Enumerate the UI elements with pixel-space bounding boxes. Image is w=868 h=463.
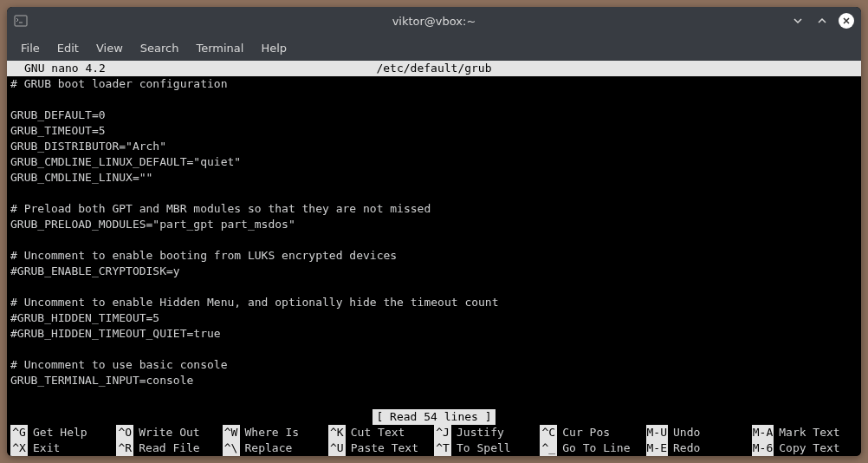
shortcut-key: ^X (10, 440, 28, 456)
shortcut-key: M-A (752, 425, 774, 440)
shortcut-key: ^\ (223, 440, 240, 456)
shortcut-key: ^W (223, 425, 240, 440)
editor-line: GRUB_CMDLINE_LINUX="" (10, 170, 858, 186)
shortcut-key: ^O (116, 425, 133, 440)
editor-line (10, 92, 858, 108)
shortcut-label: Go To Line (557, 440, 630, 456)
shortcut-key: M-E (646, 440, 668, 456)
menu-edit[interactable]: Edit (49, 37, 87, 59)
shortcut-item: M-6Copy Text (752, 440, 858, 456)
editor-line: # Uncomment to use basic console (10, 357, 858, 373)
shortcut-key: ^C (540, 425, 557, 440)
shortcut-label: Read File (133, 440, 199, 456)
shortcut-key: ^J (434, 425, 451, 440)
menu-help[interactable]: Help (252, 37, 295, 59)
shortcut-key: ^K (328, 425, 346, 440)
terminal-icon (14, 14, 28, 28)
shortcut-label: Cut Text (346, 425, 405, 440)
editor-line: GRUB_DISTRIBUTOR="Arch" (10, 139, 858, 154)
shortcut-item: ^RRead File (116, 440, 222, 456)
shortcut-key: M-6 (752, 440, 774, 456)
editor-line: # GRUB boot loader configuration (10, 76, 858, 92)
shortcut-label: Redo (668, 440, 700, 456)
shortcut-label: Replace (240, 440, 293, 456)
shortcut-label: Paste Text (346, 440, 418, 456)
shortcut-item: ^WWhere Is (223, 425, 328, 440)
editor-line: # Uncomment to enable Hidden Menu, and o… (10, 295, 858, 310)
editor-line: #GRUB_ENABLE_CRYPTODISK=y (10, 264, 858, 279)
menubar: File Edit View Search Terminal Help (7, 35, 861, 61)
editor-content[interactable]: # GRUB boot loader configuration GRUB_DE… (7, 76, 861, 388)
menu-view[interactable]: View (87, 37, 132, 59)
nano-status-line: [ Read 54 lines ] (7, 409, 861, 425)
editor-line (10, 279, 858, 295)
shortcut-key: ^R (116, 440, 133, 456)
nano-shortcuts: ^GGet Help^OWrite Out^WWhere Is^KCut Tex… (7, 425, 861, 456)
shortcut-item: ^CCur Pos (540, 425, 645, 440)
shortcut-item: M-UUndo (646, 425, 752, 440)
editor-line (10, 342, 858, 357)
shortcut-item: ^XExit (10, 440, 116, 456)
nano-status-text: [ Read 54 lines ] (372, 409, 495, 425)
shortcut-item: ^_Go To Line (540, 440, 645, 456)
window-controls (790, 13, 854, 29)
shortcut-label: Exit (28, 440, 60, 456)
shortcut-key: ^_ (540, 440, 557, 456)
shortcut-key: ^U (328, 440, 346, 456)
titlebar[interactable]: viktor@vbox:~ (7, 7, 861, 35)
editor-line: #GRUB_HIDDEN_TIMEOUT=5 (10, 310, 858, 326)
menu-file[interactable]: File (12, 37, 49, 59)
shortcut-item: ^TTo Spell (434, 440, 540, 456)
nano-app-name: GNU nano 4.2 (7, 61, 106, 76)
editor-line: # Preload both GPT and MBR modules so th… (10, 201, 858, 217)
shortcut-label: Mark Text (774, 425, 839, 440)
minimize-button[interactable] (790, 13, 806, 29)
menu-search[interactable]: Search (132, 37, 188, 59)
shortcut-label: Get Help (28, 425, 87, 440)
menu-terminal[interactable]: Terminal (187, 37, 252, 59)
shortcut-item: ^\Replace (223, 440, 328, 456)
shortcut-label: Cur Pos (557, 425, 610, 440)
shortcut-item: M-AMark Text (752, 425, 858, 440)
shortcut-label: Copy Text (774, 440, 839, 456)
editor-line: GRUB_CMDLINE_LINUX_DEFAULT="quiet" (10, 154, 858, 170)
editor-line (10, 186, 858, 201)
shortcut-key: ^T (434, 440, 451, 456)
shortcut-label: Undo (668, 425, 700, 440)
shortcut-label: Justify (451, 425, 504, 440)
shortcut-key: ^G (10, 425, 28, 440)
shortcut-label: Write Out (133, 425, 199, 440)
nano-filename: /etc/default/grub (7, 61, 861, 76)
shortcut-key: M-U (646, 425, 668, 440)
svg-rect-0 (15, 16, 27, 26)
editor-line (10, 232, 858, 248)
shortcut-item: ^KCut Text (328, 425, 434, 440)
shortcut-item: ^OWrite Out (116, 425, 222, 440)
shortcut-item: ^UPaste Text (328, 440, 434, 456)
editor-line: GRUB_TERMINAL_INPUT=console (10, 373, 858, 388)
shortcut-item: M-ERedo (646, 440, 752, 456)
editor-line: GRUB_DEFAULT=0 (10, 108, 858, 123)
editor-line: GRUB_PRELOAD_MODULES="part_gpt part_msdo… (10, 217, 858, 232)
editor-line: # Uncomment to enable booting from LUKS … (10, 248, 858, 264)
maximize-button[interactable] (814, 13, 830, 29)
terminal-area[interactable]: GNU nano 4.2 /etc/default/grub # GRUB bo… (7, 61, 861, 456)
shortcut-label: Where Is (240, 425, 300, 440)
shortcut-item: ^GGet Help (10, 425, 116, 440)
close-button[interactable] (839, 13, 854, 29)
editor-line: GRUB_TIMEOUT=5 (10, 123, 858, 139)
window-title: viktor@vbox:~ (7, 15, 861, 28)
nano-header: GNU nano 4.2 /etc/default/grub (7, 61, 861, 76)
terminal-window: viktor@vbox:~ File Edit View Search Term… (7, 7, 861, 456)
shortcut-label: To Spell (451, 440, 511, 456)
shortcut-item: ^JJustify (434, 425, 540, 440)
editor-line: #GRUB_HIDDEN_TIMEOUT_QUIET=true (10, 326, 858, 342)
